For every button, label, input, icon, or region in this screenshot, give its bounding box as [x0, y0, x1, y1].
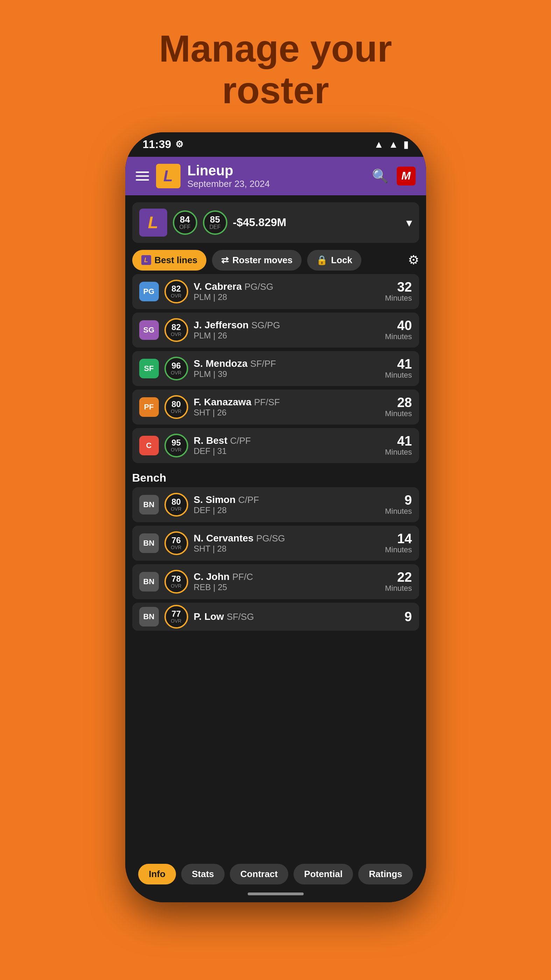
ovr-circle-sf: 96 OVR: [164, 356, 188, 380]
tab-ratings[interactable]: Ratings: [358, 864, 413, 885]
table-row[interactable]: SF 96 OVR S. Mendoza SF/PF PLM | 39 41 M…: [132, 351, 419, 386]
player-info-mendoza: S. Mendoza SF/PF PLM | 39: [194, 358, 380, 379]
page-title: Manage your roster: [159, 28, 392, 111]
player-info-jefferson: J. Jefferson SG/PG PLM | 26: [194, 320, 380, 340]
app-header: L Lineup September 23, 2024 🔍 M: [125, 157, 426, 195]
bottom-tab-bar: Info Stats Contract Potential Ratings: [125, 857, 426, 902]
player-info-cabrera: V. Cabrera PG/SG PLM | 28: [194, 281, 380, 302]
expand-arrow[interactable]: ▾: [406, 216, 412, 230]
player-info-best: R. Best C/PF DEF | 31: [194, 435, 380, 456]
minutes-best: 41 Minutes: [385, 434, 412, 457]
ovr-circle-sg: 82 OVR: [164, 318, 188, 342]
table-row[interactable]: PF 80 OVR F. Kanazawa PF/SF SHT | 26 28 …: [132, 390, 419, 425]
ovr-circle-bn2: 76 OVR: [164, 531, 188, 555]
wifi-icon: ▲: [374, 139, 384, 150]
status-bar: 11:39 ⚙ ▲ ▲ ▮: [125, 132, 426, 157]
tab-contract[interactable]: Contract: [230, 864, 288, 885]
minutes-cervantes: 14 Minutes: [385, 532, 412, 554]
settings-button[interactable]: ⚙: [408, 253, 419, 267]
battery-icon: ▮: [403, 138, 409, 150]
header-title-block: Lineup September 23, 2024: [187, 163, 365, 189]
minutes-john: 22 Minutes: [385, 571, 412, 593]
ovr-circle-bn4: 77 OVR: [164, 605, 188, 628]
team-summary: L 84 OFF 85 DEF -$45.829M ▾: [132, 202, 419, 243]
ovr-circle-pg: 82 OVR: [164, 280, 188, 304]
signal-icon: ▲: [389, 139, 399, 150]
tab-potential[interactable]: Potential: [294, 864, 353, 885]
gear-icon: ⚙: [175, 139, 183, 150]
search-icon[interactable]: 🔍: [372, 169, 388, 184]
position-badge-pf: PF: [139, 397, 159, 417]
minutes-kanazawa: 28 Minutes: [385, 396, 412, 418]
position-badge-pg: PG: [139, 282, 159, 301]
ovr-circle-bn3: 78 OVR: [164, 570, 188, 593]
team-logo-header: L: [156, 164, 181, 188]
minutes-cabrera: 32 Minutes: [385, 280, 412, 303]
table-row[interactable]: PG 82 OVR V. Cabrera PG/SG PLM | 28 32 M…: [132, 274, 419, 309]
header-subtitle: September 23, 2024: [187, 178, 365, 189]
ovr-circle-pf: 80 OVR: [164, 395, 188, 419]
header-title: Lineup: [187, 163, 365, 178]
table-row[interactable]: BN 77 OVR P. Low SF/SG 9: [132, 603, 419, 631]
roster-moves-button[interactable]: ⇄ Roster moves: [212, 250, 302, 270]
minutes-low: 9: [405, 610, 412, 624]
position-badge-bn1: BN: [139, 495, 159, 514]
hamburger-menu[interactable]: [136, 172, 149, 181]
minutes-mendoza: 41 Minutes: [385, 357, 412, 380]
ovr-circle-bn1: 80 OVR: [164, 493, 188, 517]
table-row[interactable]: BN 76 OVR N. Cervantes PG/SG SHT | 28 14…: [132, 526, 419, 561]
minutes-jefferson: 40 Minutes: [385, 319, 412, 341]
tab-info[interactable]: Info: [138, 864, 176, 885]
position-badge-sf: SF: [139, 359, 159, 379]
off-rating-circle: 84 OFF: [173, 210, 197, 235]
phone-device: 11:39 ⚙ ▲ ▲ ▮ L Lineup Se: [125, 132, 426, 902]
lock-button[interactable]: 🔒 Lock: [307, 250, 361, 270]
salary-display: -$45.829M: [233, 216, 400, 229]
home-indicator: [248, 892, 304, 895]
player-info-cervantes: N. Cervantes PG/SG SHT | 28: [194, 533, 380, 554]
table-row[interactable]: BN 80 OVR S. Simon C/PF DEF | 28 9 Minut…: [132, 487, 419, 522]
position-badge-c: C: [139, 436, 159, 455]
status-icons: ▲ ▲ ▮: [374, 138, 408, 150]
best-lines-button[interactable]: L Best lines: [132, 250, 207, 270]
position-badge-sg: SG: [139, 320, 159, 340]
tab-stats[interactable]: Stats: [181, 864, 225, 885]
team-logo-summary: L: [139, 208, 167, 237]
table-row[interactable]: C 95 OVR R. Best C/PF DEF | 31 41 Minute…: [132, 428, 419, 463]
player-info-john: C. John PF/C REB | 25: [194, 571, 380, 592]
player-info-simon: S. Simon C/PF DEF | 28: [194, 494, 380, 515]
table-row[interactable]: BN 78 OVR C. John PF/C REB | 25 22 Minut…: [132, 564, 419, 599]
minutes-simon: 9 Minutes: [385, 493, 412, 516]
table-row[interactable]: SG 82 OVR J. Jefferson SG/PG PLM | 26 40…: [132, 313, 419, 348]
status-time: 11:39 ⚙: [143, 138, 184, 151]
bench-section-label: Bench: [125, 466, 426, 487]
player-info-kanazawa: F. Kanazawa PF/SF SHT | 26: [194, 396, 380, 418]
bench-section: BN 80 OVR S. Simon C/PF DEF | 28 9 Minut…: [125, 487, 426, 634]
rival-team-icon[interactable]: M: [397, 167, 416, 186]
def-rating-circle: 85 DEF: [203, 210, 227, 235]
action-buttons-bar: L Best lines ⇄ Roster moves 🔒 Lock ⚙: [125, 247, 426, 274]
position-badge-bn2: BN: [139, 533, 159, 553]
position-badge-bn4: BN: [139, 607, 159, 627]
position-badge-bn3: BN: [139, 572, 159, 592]
starters-section: PG 82 OVR V. Cabrera PG/SG PLM | 28 32 M…: [125, 274, 426, 466]
ovr-circle-c: 95 OVR: [164, 434, 188, 457]
player-info-low: P. Low SF/SG: [194, 611, 399, 622]
